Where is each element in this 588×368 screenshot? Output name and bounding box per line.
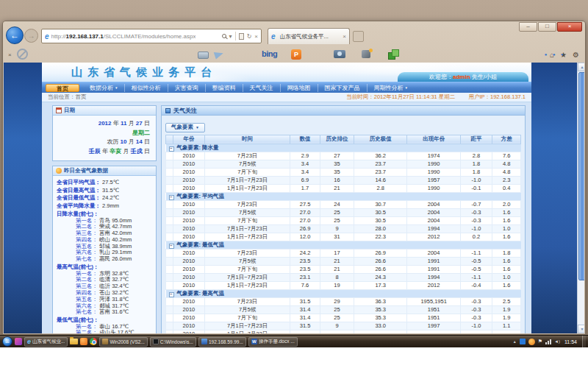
action-center-flag-icon[interactable]: ⚑ <box>538 339 542 344</box>
tray-show-hidden-icon[interactable]: ▲ <box>513 339 517 344</box>
back-button[interactable]: ← <box>6 26 24 44</box>
cell: 1.0 <box>492 224 521 233</box>
page-scrollbar[interactable]: ▲ ▼ <box>577 63 584 333</box>
table-row[interactable]: 20107月5候27.02530.52004-0.31.6 <box>166 208 521 216</box>
explorer-folder-icon[interactable] <box>70 339 78 344</box>
table-row[interactable]: 20107月23日27.52430.72004-0.72.0 <box>166 200 521 208</box>
close-button[interactable]: × <box>557 22 582 32</box>
start-button[interactable]: ⊞ <box>2 336 12 347</box>
table-row[interactable]: 20107月下旬3.43523.719901.84.8 <box>166 168 521 176</box>
show-desktop-button[interactable] <box>582 336 586 348</box>
scrollbar-thumb[interactable] <box>578 72 584 280</box>
refresh-icon[interactable]: ↻ <box>247 33 252 40</box>
breadcrumb: 当前位置：首页 <box>48 93 87 101</box>
cell: 2.9 <box>290 152 320 160</box>
table-row[interactable]: 20101月1日~7月23日1.7212.81990-0.10.4 <box>166 184 521 192</box>
element-filter-button[interactable]: 气象要素 ▼ <box>165 123 205 132</box>
sun-icon <box>56 168 62 174</box>
disabled-addon-icon[interactable] <box>17 49 28 60</box>
table-row[interactable]: 20107月5候23.52126.61991-0.51.6 <box>166 257 521 265</box>
table-row[interactable]: 20107月下旬23.52126.61991-0.51.6 <box>166 265 521 273</box>
collapse-icon[interactable]: − <box>169 244 174 249</box>
compatibility-view-icon[interactable] <box>239 33 244 40</box>
taskbar-button[interactable]: 192.168.59.99... <box>198 337 246 347</box>
overflow-dots-icon[interactable]: ● ● ● <box>545 52 566 57</box>
toolbar-close-icon[interactable]: × <box>8 52 12 58</box>
weather-panel-header: 昨日全省气象数据 <box>53 166 156 176</box>
nav-tab[interactable]: 国家下发产品 <box>318 84 368 92</box>
table-row[interactable]: 20107月1日~7月23日23.1824.31994-1.11.0 <box>166 273 521 281</box>
nav-tab[interactable]: 首页 <box>46 84 79 92</box>
taskbar-button[interactable]: W操作手册.docx ... <box>248 337 298 347</box>
group-row[interactable]: −气象要素: 最低气温 <box>166 241 521 249</box>
address-bar[interactable]: e http://192.168.137.1/SLCCLIMATE/module… <box>41 29 262 43</box>
cell: 1951 <box>407 305 460 314</box>
group-cell: −气象要素: 降水量 <box>166 144 521 152</box>
taskbar-button[interactable]: Win2008 (VS2... <box>99 337 147 347</box>
table-row[interactable]: 20101月1日~7月23日 <box>166 330 521 333</box>
table-row[interactable]: 20107月23日24.21726.92004-1.11.8 <box>166 249 521 257</box>
table-row[interactable]: 20107月1日~7月23日6.91614.61957-1.02.3 <box>166 176 521 184</box>
pinned-app-icon[interactable] <box>15 338 22 345</box>
nav-tab[interactable]: 整编资料 <box>206 84 243 92</box>
group-row[interactable]: −气象要素: 最高气温 <box>166 289 521 297</box>
collapse-icon[interactable]: − <box>169 292 174 297</box>
collapse-icon[interactable]: − <box>169 146 174 152</box>
taskbar-clock[interactable]: 11:54 <box>564 339 577 344</box>
table-row[interactable]: 20107月1日~7月23日31.5933.01997-1.01.1 <box>166 322 521 330</box>
nav-tab[interactable]: 相似性分析 <box>125 84 168 92</box>
collapse-icon[interactable]: − <box>169 195 174 200</box>
browser-tab[interactable]: e 山东省气候业务平... × <box>268 28 350 44</box>
volume-icon[interactable]: ◄) <box>554 339 560 344</box>
date-segment: 日 <box>143 148 150 155</box>
plugin-addon-icon[interactable] <box>388 49 398 60</box>
rank-label: 第七名： <box>76 308 99 315</box>
rank-value: 崂山 40.2mm <box>99 236 132 243</box>
card-addon-icon[interactable] <box>198 52 209 59</box>
cell <box>407 330 460 333</box>
sogou-pinyin-icon[interactable]: P <box>291 49 301 60</box>
table-row[interactable]: 20107月23日2.92736.219742.87.6 <box>166 152 521 160</box>
cell: -0.4 <box>460 281 492 289</box>
table-row[interactable]: 20107月23日31.52936.31955,1951-0.32.5 <box>166 297 521 305</box>
forward-button[interactable]: → <box>24 29 38 43</box>
taskbar-button[interactable]: e山东省气候业... <box>24 337 68 347</box>
nav-tab[interactable]: 周期性分析▾ <box>368 84 415 92</box>
table-row[interactable]: 20107月5候3.43523.719901.84.8 <box>166 160 521 168</box>
chrome-icon[interactable] <box>90 338 97 345</box>
taskbar-active-task: e山东省气候业... <box>24 337 68 347</box>
camera-addon-icon[interactable] <box>334 50 345 58</box>
scrollbar-down-icon[interactable]: ▼ <box>578 325 584 333</box>
taskbar-button[interactable]: C:\Windows\s... <box>150 337 196 347</box>
table-row[interactable]: 20101月1日~7月23日12.03122.320120.21.6 <box>166 233 521 241</box>
tab-close-icon[interactable]: × <box>343 33 346 40</box>
group-label: 气象要素: 平均气温 <box>177 193 225 199</box>
table-row[interactable]: 20107月下旬31.42535.31951-0.31.9 <box>166 314 521 322</box>
network-icon[interactable] <box>545 339 551 344</box>
new-tab-button[interactable] <box>353 31 364 42</box>
group-row[interactable]: −气象要素: 降水量 <box>166 144 521 152</box>
nav-tab[interactable]: 网络地图 <box>281 84 318 92</box>
search-dropdown-icon[interactable]: ▾ <box>229 33 232 40</box>
table-row[interactable]: 20107月5候31.42535.31951-0.31.9 <box>166 305 521 314</box>
nav-tab[interactable]: 数据分析▾ <box>83 84 125 92</box>
table-row[interactable]: 20107月下旬27.02530.52004-0.31.6 <box>166 216 521 224</box>
table-row[interactable]: 20101月1日~7月23日7.61917.32012-0.41.6 <box>166 281 521 289</box>
bing-logo[interactable]: bing <box>262 49 277 58</box>
scrollbar-up-icon[interactable]: ▲ <box>578 63 584 71</box>
tray-firefox-icon[interactable] <box>528 339 535 345</box>
minimize-button[interactable]: – <box>519 22 537 32</box>
pinned-orange-app-icon[interactable] <box>80 338 87 345</box>
cell: 1.6 <box>492 281 521 289</box>
stop-icon[interactable]: × <box>254 33 258 40</box>
group-row[interactable]: −气象要素: 平均气温 <box>166 192 521 200</box>
table-row[interactable]: 20107月1日~7月23日26.9928.01994-1.01.0 <box>166 224 521 233</box>
send-addon-icon[interactable] <box>214 49 225 59</box>
expander-cell <box>166 152 173 160</box>
search-icon[interactable] <box>222 34 226 38</box>
tray-blue-app-icon[interactable] <box>520 339 526 344</box>
nav-tab[interactable]: 天气关注 <box>243 84 281 92</box>
nav-tab[interactable]: 灾害查询 <box>168 84 206 92</box>
tools-addon-icon[interactable] <box>362 50 370 58</box>
maximize-button[interactable]: □ <box>538 22 556 32</box>
